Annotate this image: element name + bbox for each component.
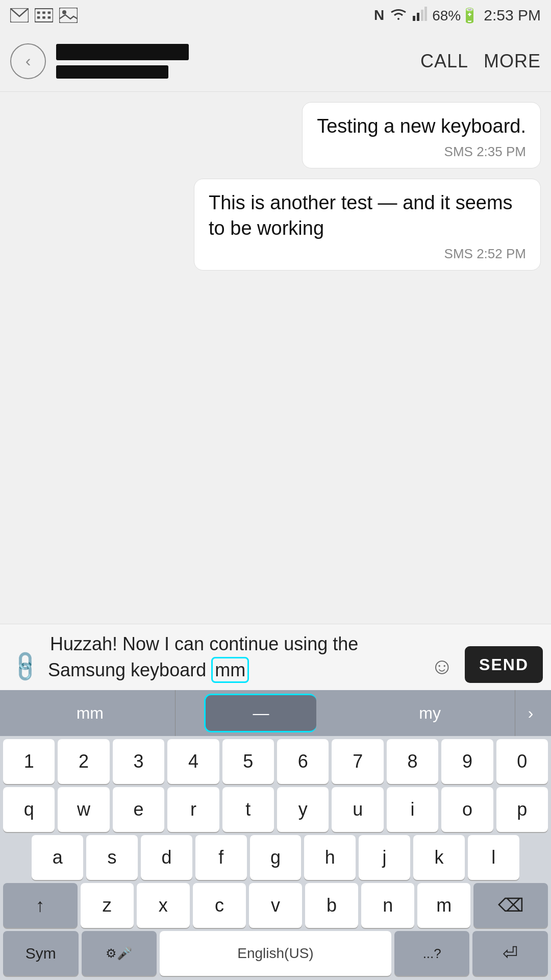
- message-bubble-1: Testing a new keyboard. SMS 2:35 PM: [302, 102, 541, 168]
- key-3[interactable]: 3: [113, 739, 164, 784]
- suggestion-arrow[interactable]: ›: [515, 704, 546, 723]
- enter-key[interactable]: ⏎: [472, 931, 548, 976]
- key-g[interactable]: g: [250, 835, 302, 880]
- key-e[interactable]: e: [113, 787, 164, 832]
- contact-name: [56, 44, 189, 60]
- key-2[interactable]: 2: [58, 739, 109, 784]
- asdf-row: a s d f g h j k l: [0, 832, 551, 880]
- message-input-text: Huzzah! Now I can continue using the Sam…: [48, 629, 358, 684]
- network-icon: N: [374, 7, 384, 23]
- image-icon: [59, 6, 78, 24]
- key-6[interactable]: 6: [277, 739, 329, 784]
- send-button[interactable]: SEND: [465, 646, 543, 683]
- key-7[interactable]: 7: [332, 739, 383, 784]
- suggestions-row: mm — my ›: [0, 690, 551, 736]
- key-u[interactable]: u: [332, 787, 383, 832]
- message-bubble-2: This is another test — and it seems to b…: [194, 179, 541, 271]
- back-button[interactable]: ‹: [10, 43, 46, 79]
- key-n[interactable]: n: [361, 883, 414, 928]
- svg-rect-5: [37, 16, 40, 19]
- bottom-row: Sym ⚙🎤 English(US) ...? ⏎: [0, 928, 551, 980]
- key-x[interactable]: x: [137, 883, 190, 928]
- key-9[interactable]: 9: [441, 739, 493, 784]
- emoji-icon: ☺: [431, 653, 454, 679]
- svg-rect-6: [42, 16, 45, 19]
- suggestion-dash[interactable]: —: [204, 694, 316, 732]
- key-h[interactable]: h: [304, 835, 356, 880]
- key-y[interactable]: y: [277, 787, 329, 832]
- svg-rect-4: [48, 11, 51, 14]
- backspace-key[interactable]: ⌫: [473, 883, 548, 928]
- time-display: 2:53 PM: [484, 7, 541, 24]
- emoji-button[interactable]: ☺: [425, 649, 459, 683]
- keyboard: mm — my › 1 2 3 4 5 6 7 8 9 0 q w e r t …: [0, 690, 551, 980]
- keyboard-icon: [35, 6, 53, 24]
- spacebar-key[interactable]: English(US): [160, 931, 391, 976]
- key-c[interactable]: c: [193, 883, 246, 928]
- svg-rect-13: [424, 7, 427, 21]
- message-text-2: This is another test — and it seems to b…: [209, 190, 526, 241]
- key-d[interactable]: d: [141, 835, 192, 880]
- key-q[interactable]: q: [3, 787, 55, 832]
- contact-info: [46, 44, 420, 79]
- zxcv-row: ↑ z x c v b n m ⌫: [0, 880, 551, 928]
- header: ‹ CALL MORE: [0, 31, 551, 92]
- key-f[interactable]: f: [195, 835, 247, 880]
- key-p[interactable]: p: [496, 787, 548, 832]
- number-row: 1 2 3 4 5 6 7 8 9 0: [0, 736, 551, 784]
- svg-rect-2: [37, 11, 40, 14]
- shift-key[interactable]: ↑: [3, 883, 78, 928]
- dot-question-key[interactable]: ...?: [394, 931, 470, 976]
- key-o[interactable]: o: [441, 787, 493, 832]
- signal-icon: [413, 7, 427, 24]
- cursor-highlight: mm: [211, 657, 249, 683]
- key-1[interactable]: 1: [3, 739, 55, 784]
- key-5[interactable]: 5: [222, 739, 274, 784]
- key-0[interactable]: 0: [496, 739, 548, 784]
- status-bar: N 68%🔋 2:53 PM: [0, 0, 551, 31]
- key-m[interactable]: m: [417, 883, 470, 928]
- call-button[interactable]: CALL: [420, 51, 468, 72]
- svg-rect-12: [421, 10, 423, 21]
- key-r[interactable]: r: [167, 787, 219, 832]
- key-8[interactable]: 8: [387, 739, 438, 784]
- key-j[interactable]: j: [359, 835, 410, 880]
- contact-number: [56, 65, 168, 79]
- wifi-icon: [389, 7, 408, 24]
- svg-rect-7: [48, 16, 51, 19]
- status-bar-right: N 68%🔋 2:53 PM: [374, 7, 541, 24]
- more-button[interactable]: MORE: [484, 51, 541, 72]
- header-actions: CALL MORE: [420, 51, 541, 72]
- key-s[interactable]: s: [86, 835, 138, 880]
- suggestion-my[interactable]: my: [345, 690, 515, 736]
- key-4[interactable]: 4: [167, 739, 219, 784]
- key-l[interactable]: l: [468, 835, 519, 880]
- svg-rect-11: [417, 13, 419, 21]
- key-w[interactable]: w: [58, 787, 109, 832]
- input-text-content: Huzzah! Now I can continue using the Sam…: [48, 633, 358, 680]
- svg-rect-10: [413, 16, 415, 21]
- key-b[interactable]: b: [305, 883, 358, 928]
- svg-rect-3: [42, 11, 45, 14]
- key-z[interactable]: z: [81, 883, 134, 928]
- message-input[interactable]: Huzzah! Now I can continue using the Sam…: [48, 631, 419, 683]
- battery-icon: 68%🔋: [432, 7, 479, 24]
- mic-key[interactable]: ⚙🎤: [82, 931, 157, 976]
- key-i[interactable]: i: [387, 787, 438, 832]
- attach-button[interactable]: 🔗: [8, 649, 42, 683]
- key-k[interactable]: k: [413, 835, 465, 880]
- suggestion-mm[interactable]: mm: [5, 690, 176, 736]
- key-v[interactable]: v: [249, 883, 302, 928]
- email-icon: [10, 6, 29, 24]
- key-t[interactable]: t: [222, 787, 274, 832]
- message-area: Testing a new keyboard. SMS 2:35 PM This…: [0, 92, 551, 624]
- qwerty-row: q w e r t y u i o p: [0, 784, 551, 832]
- key-a[interactable]: a: [32, 835, 83, 880]
- svg-rect-8: [59, 8, 78, 23]
- sym-key[interactable]: Sym: [3, 931, 79, 976]
- message-meta-1: SMS 2:35 PM: [317, 144, 526, 160]
- message-meta-2: SMS 2:52 PM: [209, 246, 526, 262]
- attach-icon: 🔗: [7, 648, 43, 684]
- svg-point-9: [62, 10, 66, 14]
- back-arrow-icon: ‹: [26, 52, 31, 70]
